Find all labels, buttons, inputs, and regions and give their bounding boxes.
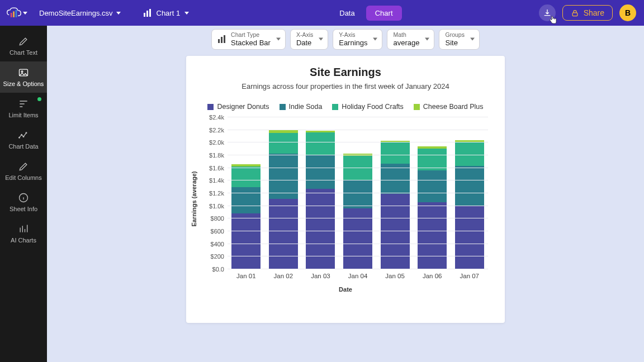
svg-rect-2	[16, 10, 17, 17]
sidebar-item-sheet-info[interactable]: Sheet Info	[0, 187, 47, 218]
bar-column	[265, 117, 302, 269]
bar-segment[interactable]	[269, 133, 298, 153]
chart-card: Site Earnings Earnings across four prope…	[186, 56, 505, 323]
bar-stack[interactable]	[455, 117, 484, 269]
topbar: DemoSiteEarnings.csv Chart 1 Data Chart …	[0, 0, 644, 26]
sidebar-item-limit-items[interactable]: Limit Items	[0, 93, 47, 124]
app-logo[interactable]	[0, 0, 34, 26]
svg-rect-6	[572, 12, 577, 16]
bar-column	[451, 117, 488, 269]
file-name-dropdown[interactable]: DemoSiteEarnings.csv	[34, 7, 126, 20]
bar-segment[interactable]	[455, 166, 484, 205]
bar-segment[interactable]	[381, 142, 410, 163]
sidebar-item-label: Chart Data	[8, 143, 38, 150]
bar-stack[interactable]	[306, 117, 335, 269]
bar-segment[interactable]	[306, 155, 335, 189]
download-button[interactable]	[539, 4, 556, 21]
bar-segment[interactable]	[418, 170, 447, 202]
user-avatar[interactable]: B	[619, 4, 636, 21]
sidebar-item-label: Sheet Info	[10, 206, 37, 212]
bar-segment[interactable]	[455, 206, 484, 269]
y-tick-label: $1.8k	[209, 152, 228, 159]
svg-rect-15	[221, 37, 222, 43]
sidebar-item-ai-charts[interactable]: AI Charts	[0, 218, 47, 249]
sidebar-item-chart-text[interactable]: Chart Text	[0, 30, 47, 61]
image-icon	[18, 67, 29, 78]
sidebar-item-chart-data[interactable]: Chart Data	[0, 124, 47, 155]
chevron-down-icon	[116, 12, 121, 15]
grid-line	[228, 155, 488, 155]
chart-title: Site Earnings	[310, 66, 381, 79]
bar-segment[interactable]	[231, 213, 261, 269]
bar-chart-icon	[217, 35, 226, 44]
view-tabs: Data Chart	[330, 6, 401, 21]
config-math[interactable]: Mathaverage	[387, 29, 435, 50]
config-groups[interactable]: GroupsSite	[439, 29, 480, 50]
lock-icon	[571, 9, 579, 17]
sidebar-item-label: Limit Items	[8, 112, 38, 118]
info-icon	[18, 192, 29, 203]
bar-stack[interactable]	[231, 117, 261, 269]
chevron-down-icon	[319, 38, 323, 41]
config-x-axis[interactable]: X-AxisDate	[290, 29, 328, 50]
bar-segment[interactable]	[269, 154, 298, 199]
chart-picker[interactable]: Chart 1	[139, 6, 194, 20]
share-button[interactable]: Share	[562, 5, 613, 21]
legend-label: Holiday Food Crafts	[342, 103, 403, 111]
y-tick-label: $1.2k	[209, 190, 228, 197]
x-tick-label: Jan 02	[265, 269, 302, 283]
bar-segment[interactable]	[306, 132, 335, 155]
sidebar-item-label: Edit Columns	[5, 174, 41, 181]
chart-plot-area: $0.0$200$400$600$800$1.0k$1.2k$1.4k$1.6k…	[228, 117, 488, 269]
bar-segment[interactable]	[306, 189, 335, 269]
share-label: Share	[584, 8, 604, 17]
grid-line	[228, 218, 488, 218]
x-tick-label: Jan 05	[376, 269, 414, 283]
legend-item[interactable]: Indie Soda	[280, 103, 323, 111]
legend-item[interactable]: Designer Donuts	[207, 103, 269, 111]
bar-segment[interactable]	[269, 199, 298, 269]
status-dot-icon	[37, 97, 41, 101]
grid-line	[228, 117, 488, 117]
bar-stack[interactable]	[343, 117, 372, 269]
sidebar-item-label: Chart Text	[10, 49, 37, 56]
bar-segment[interactable]	[381, 164, 410, 194]
download-icon	[543, 8, 552, 17]
bar-stack[interactable]	[418, 117, 447, 269]
x-tick-label: Jan 06	[414, 269, 451, 283]
bar-segment[interactable]	[343, 156, 372, 180]
chart-stage: Chart TypeStacked Bar X-AxisDate Y-AxisE…	[47, 26, 644, 362]
grid-line	[228, 193, 488, 193]
bar-stack[interactable]	[381, 117, 410, 269]
legend-item[interactable]: Holiday Food Crafts	[332, 103, 403, 111]
legend-swatch	[332, 104, 338, 110]
bar-segment[interactable]	[231, 187, 261, 214]
bar-column	[302, 117, 339, 269]
bar-segment[interactable]	[455, 142, 484, 166]
bar-segment[interactable]	[343, 180, 372, 208]
chevron-down-icon	[470, 38, 475, 41]
sidebar-item-edit-columns[interactable]: Edit Columns	[0, 155, 47, 187]
grid-line	[228, 168, 488, 168]
config-chart-type[interactable]: Chart TypeStacked Bar	[211, 29, 286, 50]
tab-data[interactable]: Data	[330, 6, 363, 21]
x-axis-label: Date	[339, 286, 352, 293]
y-tick-label: $2.0k	[209, 139, 228, 146]
grid-line	[228, 206, 488, 206]
svg-rect-1	[13, 11, 15, 17]
svg-rect-0	[11, 13, 12, 17]
bar-stack[interactable]	[269, 117, 298, 269]
grid-line	[228, 256, 488, 256]
bar-segment[interactable]	[231, 166, 261, 187]
legend-item[interactable]: Cheese Board Plus	[414, 103, 484, 111]
sidebar-item-size-options[interactable]: Size & Options	[0, 61, 47, 93]
bar-segment[interactable]	[418, 202, 447, 269]
file-name-text: DemoSiteEarnings.csv	[39, 9, 113, 17]
grid-line	[228, 244, 488, 244]
chart-config-row: Chart TypeStacked Bar X-AxisDate Y-AxisE…	[211, 29, 480, 50]
bar-column	[339, 117, 377, 269]
chevron-down-icon	[373, 38, 378, 41]
tab-chart[interactable]: Chart	[366, 6, 402, 21]
y-tick-label: $1.0k	[209, 203, 228, 209]
config-y-axis[interactable]: Y-AxisEarnings	[333, 29, 382, 50]
